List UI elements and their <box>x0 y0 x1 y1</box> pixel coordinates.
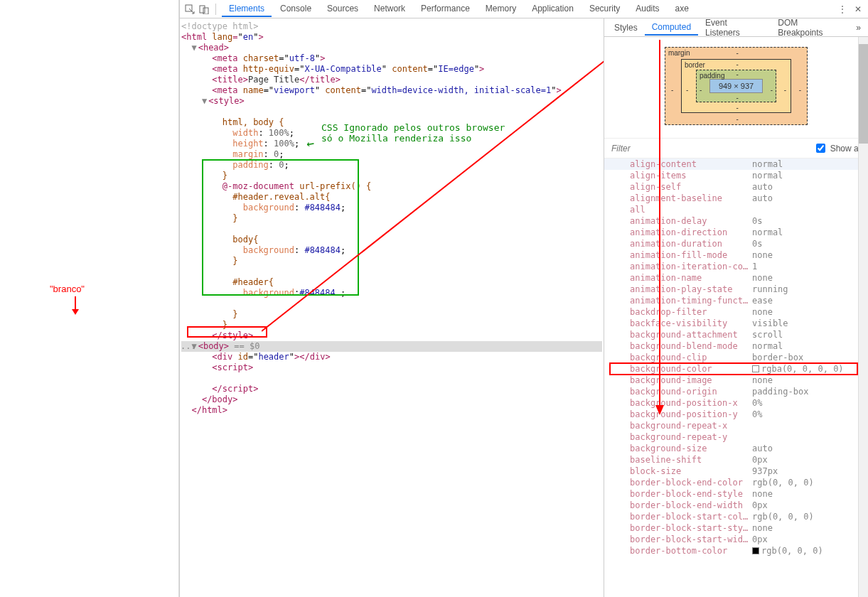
device-toggle-icon[interactable] <box>198 4 210 15</box>
color-swatch-icon <box>752 365 759 372</box>
main-tabs: ElementsConsoleSourcesNetworkPerformance… <box>222 1 834 17</box>
box-model[interactable]: margin---- border---- padding---- 949 × … <box>604 37 868 138</box>
prop-row[interactable]: background-attachmentscroll <box>604 329 868 340</box>
prop-row[interactable]: background-imagenone <box>604 375 868 386</box>
prop-row[interactable]: alignment-baselineauto <box>604 193 868 204</box>
show-all-checkbox[interactable]: Show all <box>813 141 862 155</box>
tab-performance[interactable]: Performance <box>414 1 477 17</box>
prop-row[interactable]: animation-play-staterunning <box>604 284 868 295</box>
prop-row[interactable]: border-bottom-colorrgb(0, 0, 0) <box>604 545 868 556</box>
chevron-more-icon[interactable]: » <box>852 23 865 33</box>
box-model-content: 949 × 937 <box>709 79 763 93</box>
prop-row[interactable]: border-block-start-width0px <box>604 534 868 545</box>
tab-console[interactable]: Console <box>273 1 318 17</box>
prop-row[interactable]: border-block-start-stylenone <box>604 522 868 534</box>
prop-row[interactable]: animation-directionnormal <box>604 227 868 238</box>
filter-input[interactable] <box>610 143 813 154</box>
close-icon[interactable]: ✕ <box>852 4 864 15</box>
tab-audits[interactable]: Audits <box>628 1 666 17</box>
prop-row[interactable]: background-originpadding-box <box>604 386 868 397</box>
prop-row[interactable]: backface-visibilityvisible <box>604 318 868 329</box>
prop-row[interactable]: border-block-end-stylenone <box>604 488 868 500</box>
sidebar-tab-computed[interactable]: Computed <box>645 19 698 36</box>
prop-row[interactable]: background-colorrgba(0, 0, 0, 0) <box>604 363 868 375</box>
sidebar-tab-styles[interactable]: Styles <box>607 20 645 35</box>
prop-row[interactable]: border-block-end-width0px <box>604 500 868 511</box>
selected-element-body[interactable]: ▼<body> == $0 <box>181 341 602 352</box>
inspect-icon[interactable] <box>184 4 195 15</box>
disclosure-triangle-icon[interactable]: ▼ <box>191 43 196 53</box>
prop-row[interactable]: all <box>604 204 868 215</box>
prop-row[interactable]: background-position-y0% <box>604 409 868 420</box>
doctype: <!doctype html> <box>181 21 602 32</box>
prop-row[interactable]: align-itemsnormal <box>604 170 868 181</box>
devtools-panel: ElementsConsoleSourcesNetworkPerformance… <box>179 0 868 597</box>
scrollbar[interactable] <box>858 37 868 597</box>
prop-row[interactable]: animation-namenone <box>604 272 868 284</box>
prop-row[interactable]: background-clipborder-box <box>604 352 868 363</box>
tab-axe[interactable]: axe <box>668 1 696 17</box>
elements-tree[interactable]: <!doctype html> <html lang="en"> ▼<head>… <box>180 18 604 597</box>
sidebar-tabs: StylesComputedEvent ListenersDOM Breakpo… <box>604 18 868 37</box>
svg-rect-4 <box>203 8 208 14</box>
prop-row[interactable]: animation-delay0s <box>604 215 868 227</box>
prop-row[interactable]: animation-iteration-count1 <box>604 261 868 272</box>
arrow-down-icon <box>70 296 81 318</box>
page-preview-area: "branco" <box>0 0 179 597</box>
prop-row[interactable]: background-sizeauto <box>604 443 868 454</box>
prop-row[interactable]: baseline-shift0px <box>604 454 868 466</box>
svg-rect-3 <box>200 6 205 13</box>
prop-row[interactable]: backdrop-filternone <box>604 306 868 318</box>
prop-row[interactable]: align-contentnormal <box>604 158 868 170</box>
svg-marker-1 <box>72 309 79 315</box>
tab-application[interactable]: Application <box>525 1 581 17</box>
tab-network[interactable]: Network <box>367 1 412 17</box>
prop-row[interactable]: border-block-start-colorrgb(0, 0, 0) <box>604 511 868 522</box>
prop-row[interactable]: align-selfauto <box>604 181 868 193</box>
computed-properties[interactable]: align-contentnormalalign-itemsnormalalig… <box>604 158 868 556</box>
prop-row[interactable]: animation-timing-functionease <box>604 295 868 306</box>
prop-row[interactable]: background-repeat-y <box>604 431 868 443</box>
tab-elements[interactable]: Elements <box>222 1 272 17</box>
prop-row[interactable]: block-size937px <box>604 466 868 477</box>
color-swatch-icon <box>752 547 759 554</box>
separator <box>215 4 216 15</box>
prop-row[interactable]: background-repeat-x <box>604 420 868 431</box>
prop-row[interactable]: background-position-x0% <box>604 397 868 409</box>
prop-row[interactable]: background-blend-modenormal <box>604 340 868 352</box>
tab-memory[interactable]: Memory <box>478 1 523 17</box>
disclosure-triangle-icon[interactable]: ▼ <box>202 96 207 106</box>
styles-sidebar: StylesComputedEvent ListenersDOM Breakpo… <box>604 18 868 597</box>
devtools-toolbar: ElementsConsoleSourcesNetworkPerformance… <box>180 0 868 18</box>
prop-row[interactable]: border-block-end-colorrgb(0, 0, 0) <box>604 477 868 488</box>
tab-sources[interactable]: Sources <box>320 1 365 17</box>
tab-security[interactable]: Security <box>582 1 627 17</box>
kebab-icon[interactable]: ⋮ <box>837 4 848 15</box>
annotation-branco: "branco" <box>50 284 85 294</box>
prop-row[interactable]: animation-fill-modenone <box>604 249 868 261</box>
prop-row[interactable]: animation-duration0s <box>604 238 868 249</box>
